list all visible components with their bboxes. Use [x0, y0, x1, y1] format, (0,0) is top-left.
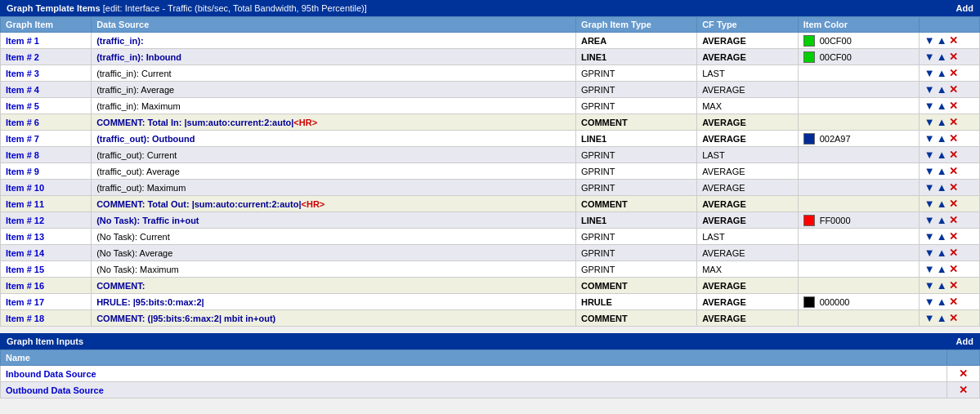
- move-down-button[interactable]: ▼: [924, 149, 935, 161]
- add-input-button[interactable]: Add: [956, 336, 973, 346]
- move-down-button[interactable]: ▼: [924, 312, 935, 324]
- item-link[interactable]: Item # 2: [6, 52, 39, 62]
- item-link[interactable]: Item # 3: [6, 69, 39, 78]
- delete-button[interactable]: ✕: [949, 83, 958, 96]
- item-label-cell: Item # 2: [1, 49, 92, 65]
- delete-input-button[interactable]: ✕: [959, 384, 968, 396]
- move-up-button[interactable]: ▲: [937, 132, 947, 145]
- item-link[interactable]: Item # 5: [6, 101, 39, 111]
- delete-button[interactable]: ✕: [949, 181, 958, 194]
- color-label: 00CF00: [820, 36, 852, 46]
- move-up-button[interactable]: ▲: [937, 116, 947, 128]
- item-link[interactable]: Item # 18: [6, 314, 44, 323]
- item-label-cell: Item # 1: [1, 33, 92, 49]
- delete-button[interactable]: ✕: [949, 67, 958, 79]
- move-down-button[interactable]: ▼: [924, 296, 935, 308]
- actions-cell: ▼▲✕: [919, 229, 979, 245]
- move-down-button[interactable]: ▼: [924, 51, 935, 63]
- move-up-button[interactable]: ▲: [937, 247, 947, 259]
- item-link[interactable]: Item # 4: [6, 85, 39, 95]
- item-label-cell: Item # 6: [1, 114, 92, 131]
- delete-button[interactable]: ✕: [949, 165, 958, 177]
- color-swatch: [803, 133, 815, 145]
- move-down-button[interactable]: ▼: [924, 181, 935, 194]
- color-swatch: [803, 296, 815, 308]
- data-source-cell: HRULE: |95:bits:0:max:2|: [92, 294, 576, 310]
- move-down-button[interactable]: ▼: [924, 67, 935, 79]
- delete-input-button[interactable]: ✕: [959, 367, 968, 380]
- move-up-button[interactable]: ▲: [937, 181, 947, 194]
- input-name-link[interactable]: Outbound Data Source: [6, 385, 104, 395]
- move-down-button[interactable]: ▼: [924, 83, 935, 96]
- delete-button[interactable]: ✕: [949, 116, 958, 128]
- move-up-button[interactable]: ▲: [937, 279, 947, 292]
- item-link[interactable]: Item # 10: [6, 183, 44, 193]
- move-down-button[interactable]: ▼: [924, 198, 935, 210]
- move-up-button[interactable]: ▲: [937, 67, 947, 79]
- item-link[interactable]: Item # 9: [6, 167, 39, 176]
- move-down-button[interactable]: ▼: [924, 100, 935, 112]
- item-link[interactable]: Item # 1: [6, 36, 39, 46]
- move-down-button[interactable]: ▼: [924, 247, 935, 259]
- item-link[interactable]: Item # 6: [6, 118, 39, 127]
- input-name-link[interactable]: Inbound Data Source: [6, 369, 96, 379]
- delete-button[interactable]: ✕: [949, 214, 958, 226]
- color-cell: 00CF00: [803, 51, 914, 63]
- delete-button[interactable]: ✕: [949, 247, 958, 259]
- item-link[interactable]: Item # 11: [6, 199, 44, 209]
- actions-container: ▼▲✕: [924, 198, 974, 210]
- delete-button[interactable]: ✕: [949, 198, 958, 210]
- color-cell: 00CF00: [803, 35, 914, 47]
- move-up-button[interactable]: ▲: [937, 312, 947, 324]
- item-color-cell: 00CF00: [798, 33, 919, 49]
- delete-button[interactable]: ✕: [949, 100, 958, 112]
- item-color-cell: [798, 65, 919, 82]
- move-up-button[interactable]: ▲: [937, 51, 947, 63]
- delete-button[interactable]: ✕: [949, 296, 958, 308]
- move-up-button[interactable]: ▲: [937, 83, 947, 96]
- delete-button[interactable]: ✕: [949, 312, 958, 324]
- move-down-button[interactable]: ▼: [924, 116, 935, 128]
- actions-container: ▼▲✕: [924, 312, 974, 324]
- item-label-cell: Item # 15: [1, 261, 92, 278]
- section-title: Graph Template Items [edit: Interface - …: [7, 3, 367, 13]
- move-down-button[interactable]: ▼: [924, 34, 935, 47]
- item-link[interactable]: Item # 17: [6, 297, 44, 307]
- actions-cell: ▼▲✕: [919, 65, 979, 82]
- move-down-button[interactable]: ▼: [924, 230, 935, 243]
- move-up-button[interactable]: ▲: [937, 296, 947, 308]
- item-link[interactable]: Item # 8: [6, 150, 39, 160]
- item-link[interactable]: Item # 7: [6, 134, 39, 144]
- move-up-button[interactable]: ▲: [937, 230, 947, 243]
- add-item-button[interactable]: Add: [956, 3, 973, 13]
- item-link[interactable]: Item # 16: [6, 281, 44, 291]
- move-down-button[interactable]: ▼: [924, 263, 935, 275]
- delete-button[interactable]: ✕: [949, 34, 958, 47]
- move-down-button[interactable]: ▼: [924, 279, 935, 292]
- actions-container: ▼▲✕: [924, 214, 974, 226]
- delete-button[interactable]: ✕: [949, 279, 958, 292]
- actions-cell: ▼▲✕: [919, 245, 979, 261]
- move-up-button[interactable]: ▲: [937, 165, 947, 177]
- move-up-button[interactable]: ▲: [937, 214, 947, 226]
- move-up-button[interactable]: ▲: [937, 34, 947, 47]
- delete-button[interactable]: ✕: [949, 149, 958, 161]
- item-link[interactable]: Item # 13: [6, 232, 44, 242]
- move-up-button[interactable]: ▲: [937, 198, 947, 210]
- move-up-button[interactable]: ▲: [937, 263, 947, 275]
- delete-button[interactable]: ✕: [949, 230, 958, 243]
- move-down-button[interactable]: ▼: [924, 132, 935, 145]
- move-up-button[interactable]: ▲: [937, 149, 947, 161]
- item-link[interactable]: Item # 14: [6, 248, 44, 258]
- delete-button[interactable]: ✕: [949, 263, 958, 275]
- item-link[interactable]: Item # 15: [6, 265, 44, 274]
- move-down-button[interactable]: ▼: [924, 214, 935, 226]
- item-link[interactable]: Item # 12: [6, 216, 44, 225]
- move-up-button[interactable]: ▲: [937, 100, 947, 112]
- actions-container: ▼▲✕: [924, 100, 974, 112]
- delete-button[interactable]: ✕: [949, 51, 958, 63]
- move-down-button[interactable]: ▼: [924, 165, 935, 177]
- data-source-text: HRULE: |95:bits:0:max:2|: [96, 297, 204, 307]
- delete-button[interactable]: ✕: [949, 132, 958, 145]
- data-source-cell: (No Task): Traffic in+out: [92, 212, 576, 229]
